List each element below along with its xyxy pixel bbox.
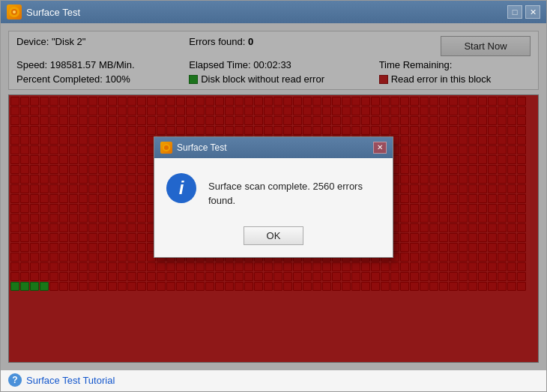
help-icon: ? xyxy=(8,373,22,387)
app-icon xyxy=(7,4,22,19)
modal-title-bar: Surface Test ✕ xyxy=(154,137,393,158)
title-bar-controls: □ ✕ xyxy=(507,5,540,19)
modal-footer: OK xyxy=(154,220,393,257)
modal-app-icon xyxy=(160,142,172,154)
modal-message: Surface scan complete. 2560 errors found… xyxy=(208,173,381,208)
modal-overlay: Surface Test ✕ i Surface scan complete. … xyxy=(1,23,546,370)
modal-info-icon: i xyxy=(166,173,196,203)
close-button[interactable]: ✕ xyxy=(525,5,540,19)
minimize-button[interactable]: □ xyxy=(507,5,522,19)
title-bar: Surface Test □ ✕ xyxy=(1,1,546,23)
modal-close-button[interactable]: ✕ xyxy=(373,142,387,154)
footer: ? Surface Test Tutorial xyxy=(1,370,546,391)
modal-dialog: Surface Test ✕ i Surface scan complete. … xyxy=(154,136,393,258)
modal-body: i Surface scan complete. 2560 errors fou… xyxy=(154,158,393,220)
modal-title-label: Surface Test xyxy=(177,142,373,153)
content-area: Device: "Disk 2" Errors found: 0 Start N… xyxy=(1,23,546,370)
svg-point-2 xyxy=(13,10,16,13)
svg-point-4 xyxy=(164,145,169,150)
title-bar-label: Surface Test xyxy=(26,7,507,18)
main-window: Surface Test □ ✕ Device: "Disk 2" Errors… xyxy=(0,0,547,392)
ok-button[interactable]: OK xyxy=(244,226,304,245)
tutorial-link[interactable]: Surface Test Tutorial xyxy=(26,375,115,386)
